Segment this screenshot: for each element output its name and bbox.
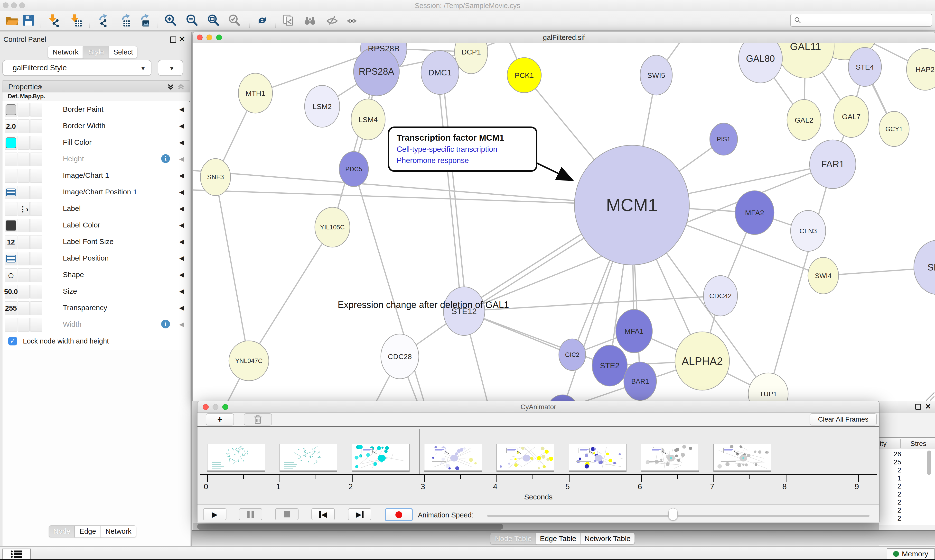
- timeline-frame-0[interactable]: [207, 444, 265, 472]
- properties-header[interactable]: Properties ▾: [2, 81, 190, 93]
- tab-network[interactable]: Network: [48, 46, 83, 58]
- property-byp-cell[interactable]: [30, 169, 42, 183]
- table-cell-value[interactable]: 1: [879, 474, 901, 482]
- property-map-cell[interactable]: [17, 252, 30, 265]
- style-options-button[interactable]: ▾: [158, 60, 183, 76]
- zoom-fit-icon[interactable]: [206, 13, 221, 28]
- zoom-selected-icon[interactable]: [227, 13, 241, 28]
- close-icon[interactable]: ✕: [925, 402, 931, 411]
- stop-button[interactable]: [275, 508, 299, 520]
- property-row[interactable]: Image/Chart Position 1◀: [2, 184, 189, 201]
- expand-row-icon[interactable]: ◀: [179, 188, 184, 196]
- open-session-icon[interactable]: [5, 13, 19, 28]
- property-byp-cell[interactable]: [30, 318, 42, 332]
- property-map-cell[interactable]: [17, 285, 30, 298]
- table-cell-value[interactable]: 2: [879, 482, 901, 490]
- expand-all-icon[interactable]: [167, 83, 174, 91]
- expand-row-icon[interactable]: ◀: [179, 288, 184, 295]
- timeline-frame-5[interactable]: [569, 444, 626, 472]
- property-def-cell[interactable]: ○: [5, 268, 17, 282]
- property-def-cell[interactable]: [5, 318, 17, 332]
- search-input[interactable]: [790, 14, 932, 27]
- table-cell-value[interactable]: 25: [879, 458, 901, 466]
- add-frame-button[interactable]: +: [206, 413, 234, 426]
- zoom-out-icon[interactable]: [185, 13, 199, 28]
- property-def-cell[interactable]: 2.0: [5, 120, 17, 133]
- timeline[interactable]: 0123456789 Seconds: [197, 427, 879, 504]
- property-byp-cell[interactable]: [30, 103, 42, 117]
- property-def-cell[interactable]: [5, 186, 17, 199]
- annotation-box[interactable]: Transcription factor MCM1 Cell-type-spec…: [388, 126, 537, 172]
- annotation-link[interactable]: Cell-type-specific transcription: [397, 145, 533, 154]
- expand-row-icon[interactable]: ◀: [179, 321, 184, 328]
- property-row[interactable]: Fill Color◀: [2, 134, 189, 151]
- timeline-frame-1[interactable]: [279, 444, 337, 472]
- property-byp-cell[interactable]: [30, 235, 42, 249]
- property-map-cell[interactable]: [17, 169, 30, 183]
- network-node-DCP1[interactable]: [455, 43, 488, 74]
- tab-select[interactable]: Select: [109, 46, 137, 58]
- table-cell-value[interactable]: 2: [879, 506, 901, 514]
- tab-style[interactable]: Style: [83, 46, 110, 58]
- property-byp-cell[interactable]: [30, 136, 42, 149]
- tab-network-table[interactable]: Network Table: [580, 533, 635, 544]
- property-row[interactable]: 2.0Border Width◀: [2, 118, 189, 134]
- panel-tab-network[interactable]: Network: [100, 525, 136, 537]
- scrollbar-thumb[interactable]: [197, 524, 503, 529]
- expand-row-icon[interactable]: ◀: [179, 172, 184, 179]
- delete-frame-button[interactable]: [244, 413, 272, 426]
- property-row[interactable]: Border Paint◀: [2, 101, 189, 118]
- property-def-cell[interactable]: 255: [5, 302, 17, 315]
- property-byp-cell[interactable]: [30, 152, 42, 166]
- tab-edge-table[interactable]: Edge Table: [536, 533, 580, 544]
- property-row[interactable]: Label Color◀: [2, 217, 189, 234]
- timeline-frame-6[interactable]: [641, 444, 699, 472]
- network-canvas[interactable]: RPS28BGAL11DCP1GAL80RPS28ADMC1PCK1SWI5ST…: [193, 43, 935, 401]
- task-history-button[interactable]: [2, 549, 31, 560]
- play-button[interactable]: ▶: [203, 508, 227, 520]
- cyanimator-titlebar[interactable]: CyAnimator: [197, 401, 879, 412]
- expand-row-icon[interactable]: ◀: [179, 222, 184, 229]
- timeline-frame-4[interactable]: [497, 444, 554, 472]
- export-image-icon[interactable]: [136, 13, 150, 28]
- network-window-titlebar[interactable]: galFiltered.sif: [193, 32, 935, 43]
- expand-row-icon[interactable]: ◀: [179, 254, 184, 262]
- network-node-PURP[interactable]: [548, 395, 577, 401]
- property-map-cell[interactable]: [17, 318, 30, 332]
- collapse-all-icon[interactable]: [177, 83, 185, 91]
- property-map-cell[interactable]: [17, 302, 30, 315]
- float-icon[interactable]: [170, 37, 176, 43]
- property-def-cell[interactable]: [5, 202, 17, 216]
- panel-tab-node[interactable]: Node: [49, 525, 75, 537]
- float-icon[interactable]: [915, 404, 921, 410]
- expand-row-icon[interactable]: ◀: [179, 271, 184, 278]
- table-column-header[interactable]: ity Stres: [879, 437, 935, 450]
- lock-size-checkbox[interactable]: ✓: [8, 337, 17, 345]
- property-def-cell[interactable]: [5, 169, 17, 183]
- style-selector[interactable]: galFiltered Style ▾: [2, 60, 151, 76]
- property-map-cell[interactable]: [17, 103, 30, 117]
- table-cell-value[interactable]: 2: [879, 498, 901, 506]
- skip-to-start-button[interactable]: ◀: [312, 508, 335, 520]
- property-def-cell[interactable]: [5, 103, 17, 117]
- table-cell-value[interactable]: 2: [879, 466, 901, 474]
- info-icon[interactable]: i: [161, 154, 170, 163]
- property-row[interactable]: Label Position◀: [2, 250, 189, 267]
- property-row[interactable]: Heighti◀: [2, 151, 189, 168]
- timeline-frame-7[interactable]: [713, 444, 771, 472]
- property-row[interactable]: Image/Chart 1◀: [2, 168, 189, 184]
- clear-all-frames-button[interactable]: Clear All Frames: [810, 413, 877, 426]
- table-horizontal-scrollbar[interactable]: [193, 523, 879, 530]
- timeline-frame-2[interactable]: [352, 444, 410, 472]
- property-def-cell[interactable]: 50.0: [5, 285, 17, 298]
- timeline-frame-3[interactable]: [424, 444, 482, 472]
- property-row[interactable]: 255Transparency◀: [2, 300, 189, 317]
- expand-row-icon[interactable]: ◀: [179, 238, 184, 245]
- property-map-cell[interactable]: [17, 235, 30, 249]
- export-network-icon[interactable]: [94, 13, 108, 28]
- find-icon[interactable]: [303, 13, 317, 28]
- property-byp-cell[interactable]: [30, 268, 42, 282]
- property-byp-cell[interactable]: [30, 186, 42, 199]
- refresh-icon[interactable]: [255, 13, 269, 28]
- table-cell-value[interactable]: 26: [879, 450, 901, 458]
